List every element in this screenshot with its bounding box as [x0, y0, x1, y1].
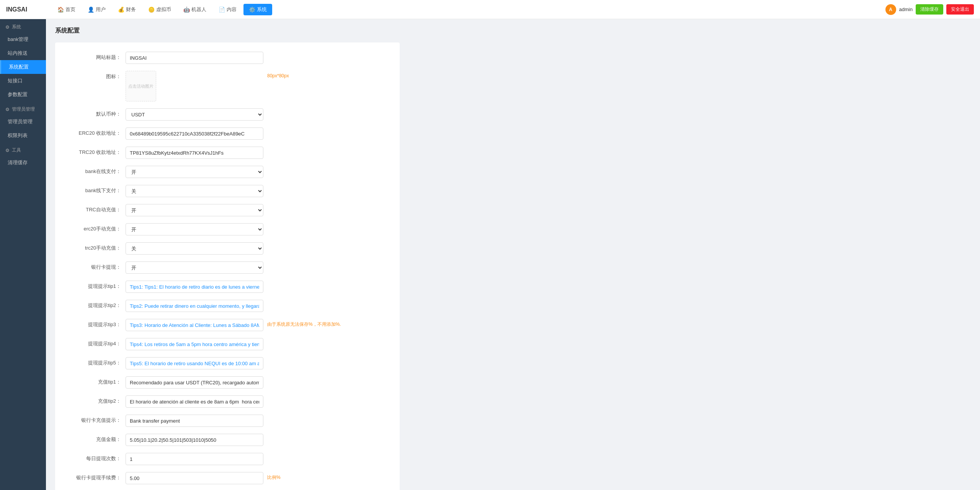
recharge-tip2-label: 充值tip2： — [64, 395, 126, 405]
trc20-control — [126, 147, 263, 159]
bank-recharge-hint-label: 银行卡充值提示： — [64, 415, 126, 424]
bank-withdraw-label: 银行卡提现： — [64, 261, 126, 271]
sidebar: ⚙ 系统 bank管理 站内推送 系统配置 短接口 参数配置 ⚙ 管理员管理 管… — [0, 19, 46, 490]
withdraw-tip3-warn: 由于系统原无法保存%，不用添加%. — [267, 319, 341, 328]
bank-offline-label: bank线下支付： — [64, 185, 126, 194]
form-row-site-title: 网站标题： — [64, 52, 390, 64]
withdraw-tip3-input[interactable] — [126, 319, 263, 331]
recharge-tip2-control — [126, 395, 263, 408]
bank-withdraw-fee-control — [126, 472, 263, 484]
bank-online-label: bank在线支付： — [64, 166, 126, 175]
bank-offline-control: 开 关 — [126, 185, 263, 197]
erc20-manual-select[interactable]: 开 关 — [126, 223, 263, 235]
admin-name: admin — [899, 7, 913, 12]
currency-label: 默认币种： — [64, 108, 126, 118]
nav-system[interactable]: ⚙️ 系统 — [243, 4, 272, 15]
trc20-manual-select[interactable]: 开 关 — [126, 242, 263, 255]
withdraw-tip3-control — [126, 319, 263, 331]
sidebar-item-sysconfig[interactable]: 系统配置 — [0, 60, 46, 74]
bank-offline-select[interactable]: 开 关 — [126, 185, 263, 197]
icon-label: 图标： — [64, 71, 126, 80]
withdraw-tip1-input[interactable] — [126, 281, 263, 293]
currency-control: USDT USD CNY — [126, 108, 263, 121]
daily-withdraw-label: 每日提现次数： — [64, 453, 126, 462]
trc20-label: TRC20 收款地址： — [64, 147, 126, 156]
bank-recharge-hint-input[interactable] — [126, 415, 263, 427]
currency-select[interactable]: USDT USD CNY — [126, 108, 263, 121]
nav-home[interactable]: 🏠 首页 — [52, 4, 81, 15]
system-section-icon: ⚙ — [5, 24, 10, 30]
nav-user[interactable]: 👤 用户 — [82, 4, 111, 15]
nav-virtual[interactable]: 🪙 虚拟币 — [143, 4, 176, 15]
layout: ⚙ 系统 bank管理 站内推送 系统配置 短接口 参数配置 ⚙ 管理员管理 管… — [0, 19, 980, 490]
site-title-input[interactable] — [126, 52, 263, 64]
sidebar-item-params[interactable]: 参数配置 — [0, 88, 46, 101]
bank-withdraw-select[interactable]: 开 关 — [126, 261, 263, 274]
trc20-input[interactable] — [126, 147, 263, 159]
nav-content[interactable]: 📄 内容 — [213, 4, 242, 15]
admin-avatar: A — [885, 4, 896, 15]
form-row-bank-withdraw-fee: 银行卡提现手续费： 比例% — [64, 472, 390, 484]
site-title-label: 网站标题： — [64, 52, 126, 61]
nav-robot[interactable]: 🤖 机器人 — [178, 4, 212, 15]
recharge-amount-input[interactable] — [126, 434, 263, 446]
trc-auto-select[interactable]: 开 关 — [126, 204, 263, 216]
form-row-recharge-tip1: 充值tip1： — [64, 376, 390, 389]
sidebar-item-shortapi[interactable]: 短接口 — [0, 74, 46, 88]
erc20-label: ERC20 收款地址： — [64, 127, 126, 137]
form-row-erc20-manual: erc20手动充值： 开 关 — [64, 223, 390, 235]
recharge-amount-label: 充值金额： — [64, 434, 126, 443]
bank-online-select[interactable]: 开 关 — [126, 166, 263, 178]
form-row-erc20: ERC20 收款地址： — [64, 127, 390, 140]
sidebar-section-tools: ⚙ 工具 — [0, 142, 46, 156]
bank-online-control: 开 关 — [126, 166, 263, 178]
daily-withdraw-input[interactable] — [126, 453, 263, 465]
recharge-tip1-input[interactable] — [126, 376, 263, 389]
nav-finance[interactable]: 💰 财务 — [113, 4, 141, 15]
robot-icon: 🤖 — [183, 7, 190, 13]
ratio-hint: 比例% — [267, 472, 281, 481]
sidebar-item-clearcache[interactable]: 清理缓存 — [0, 156, 46, 170]
clear-cache-button[interactable]: 清除缓存 — [916, 4, 943, 15]
trc-auto-label: TRC自动充值： — [64, 204, 126, 213]
bank-withdraw-control: 开 关 — [126, 261, 263, 274]
form-row-withdraw-tip3: 提现提示tip3： 由于系统原无法保存%，不用添加%. — [64, 319, 390, 331]
virtual-icon: 🪙 — [148, 7, 155, 13]
system-icon: ⚙️ — [249, 7, 255, 13]
recharge-amount-control — [126, 434, 263, 446]
erc20-control — [126, 127, 263, 140]
withdraw-tip1-control — [126, 281, 263, 293]
form-row-recharge-amount: 充值金额： — [64, 434, 390, 446]
admin-section-icon: ⚙ — [5, 107, 10, 112]
withdraw-tip2-control — [126, 300, 263, 312]
form-row-trc-auto: TRC自动充值： 开 关 — [64, 204, 390, 216]
erc20-manual-control: 开 关 — [126, 223, 263, 235]
logout-button[interactable]: 安全退出 — [946, 4, 974, 15]
withdraw-tip2-input[interactable] — [126, 300, 263, 312]
withdraw-tip5-input[interactable] — [126, 357, 263, 369]
daily-withdraw-control — [126, 453, 263, 465]
main-content: 系统配置 网站标题： 图标： 点击活动图片 80px*80px — [46, 19, 980, 490]
form-row-trc20: TRC20 收款地址： — [64, 147, 390, 159]
icon-size-hint: 80px*80px — [267, 71, 289, 78]
form-row-recharge-tip2: 充值tip2： — [64, 395, 390, 408]
sidebar-item-admins[interactable]: 管理员管理 — [0, 115, 46, 129]
erc20-input[interactable] — [126, 127, 263, 140]
form-row-withdraw-tip5: 提现提示tip5： — [64, 357, 390, 369]
nav-items: 🏠 首页 👤 用户 💰 财务 🪙 虚拟币 🤖 机器人 📄 内容 ⚙️ 系统 — [52, 4, 885, 15]
config-form: 网站标题： 图标： 点击活动图片 80px*80px 默认币种： — [55, 42, 400, 490]
site-title-control — [126, 52, 263, 64]
withdraw-tip4-input[interactable] — [126, 338, 263, 350]
sidebar-item-perms[interactable]: 权限列表 — [0, 129, 46, 142]
recharge-tip2-input[interactable] — [126, 395, 263, 408]
page-title: 系统配置 — [55, 27, 971, 35]
withdraw-tip4-label: 提现提示tip4： — [64, 338, 126, 347]
form-row-daily-withdraw: 每日提现次数： — [64, 453, 390, 465]
withdraw-tip3-label: 提现提示tip3： — [64, 319, 126, 328]
icon-control: 点击活动图片 — [126, 71, 263, 101]
icon-uploader[interactable]: 点击活动图片 — [126, 71, 156, 101]
form-row-bank-recharge-hint: 银行卡充值提示： — [64, 415, 390, 427]
bank-withdraw-fee-input[interactable] — [126, 472, 263, 484]
sidebar-item-bank[interactable]: bank管理 — [0, 33, 46, 46]
sidebar-item-station[interactable]: 站内推送 — [0, 46, 46, 60]
